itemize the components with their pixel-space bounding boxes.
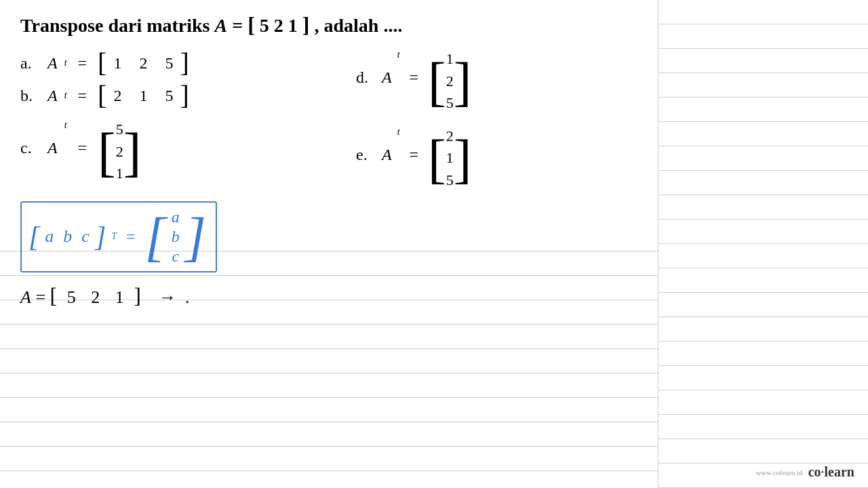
- hw-eq: =: [122, 228, 140, 246]
- hw-bl1: [: [28, 222, 39, 251]
- opt-c-v2: 2: [116, 142, 123, 162]
- opt-a-v3: 5: [165, 54, 173, 73]
- opt-e-bl: [: [428, 131, 446, 186]
- hw-box: [ a b c ] T = [ a b c ]: [20, 201, 217, 272]
- opt-d-br: ]: [454, 54, 472, 108]
- bottom-dot: .: [180, 287, 189, 307]
- hw-c: c: [81, 226, 90, 247]
- question-val1: 5: [260, 15, 269, 36]
- hw-vb: b: [172, 228, 180, 246]
- option-a-sup: t: [64, 58, 67, 68]
- question-var-A: A: [215, 15, 228, 36]
- option-e-eq: =: [406, 127, 423, 164]
- question-val2: 2: [274, 15, 283, 36]
- opt-e-v2: 1: [446, 148, 454, 168]
- bottom-v3: 1: [115, 287, 124, 307]
- bottom-arrow: →: [159, 287, 176, 307]
- opt-c-v1: 5: [116, 120, 123, 140]
- options-container: a. At = [ 1 2 5 ] b. At = [: [20, 49, 637, 190]
- question: Transpose dari matriks A = [ 5 2 1 ] , a…: [20, 12, 637, 37]
- opt-d-v1: 1: [446, 49, 454, 69]
- page: Transpose dari matriks A = [ 5 2 1 ] , a…: [0, 0, 868, 488]
- option-d-eq: =: [406, 49, 423, 87]
- handwritten-area: [ a b c ] T = [ a b c ]: [20, 197, 637, 272]
- option-e-sup: t: [397, 127, 400, 138]
- option-d-label: d.: [356, 49, 376, 87]
- opt-c-bl: [: [98, 125, 116, 179]
- option-b: b. At = [ 2 1 5 ]: [20, 82, 302, 109]
- hw-b: b: [63, 226, 72, 247]
- option-c-label: c.: [20, 120, 41, 157]
- opt-c-v3: 1: [116, 164, 123, 184]
- opt-a-v1: 1: [113, 54, 121, 73]
- opt-e-br: ]: [454, 131, 472, 186]
- h-line-10: [0, 470, 658, 471]
- bottom-space: [145, 287, 154, 307]
- option-e-label: e.: [356, 127, 376, 164]
- question-text: Transpose dari matriks: [20, 15, 215, 36]
- opt-c-content: 5 2 1: [116, 120, 123, 184]
- h-line-7: [0, 397, 658, 398]
- opt-e-content: 2 1 5: [446, 127, 454, 190]
- h-line-9: [0, 446, 658, 447]
- question-suffix: , adalah ....: [314, 15, 402, 36]
- bottom-v2: 2: [91, 287, 100, 307]
- opt-b-v1: 2: [113, 87, 121, 105]
- option-e-var: A: [382, 127, 392, 164]
- bottom-br: ]: [134, 283, 141, 308]
- option-a-matrix: 1 2 5: [113, 54, 173, 73]
- option-a-br: ]: [180, 49, 189, 77]
- hw-vbl: [: [145, 212, 166, 261]
- question-eq: =: [232, 15, 248, 36]
- hw-inner: [ a b c ] T = [ a b c ]: [28, 208, 206, 266]
- opt-e-v3: 5: [446, 171, 454, 190]
- option-d-matrix: [ 1 2 5 ]: [428, 49, 471, 113]
- opt-d-v2: 2: [446, 72, 454, 92]
- option-c-sup: t: [64, 120, 67, 131]
- option-d: d. A t = [ 1 2 5 ]: [356, 49, 637, 113]
- bottom-v1: 5: [67, 287, 76, 307]
- hw-va: a: [172, 208, 180, 226]
- option-c: c. A t = [ 5 2 1 ]: [20, 120, 302, 184]
- option-e-matrix: [ 2 1 5 ]: [428, 127, 471, 190]
- option-b-var: A: [47, 87, 58, 105]
- bottom-bl: [: [50, 283, 58, 308]
- h-line-5: [0, 348, 658, 349]
- option-b-sup: t: [64, 90, 67, 101]
- logo-dot: ·: [821, 464, 825, 479]
- question-bracket-l: [: [248, 12, 255, 37]
- option-a-eq: =: [74, 54, 92, 73]
- bottom-section: A = [ 5 2 1 ] → .: [20, 283, 637, 308]
- opt-e-v1: 2: [446, 127, 454, 146]
- hw-vc: c: [172, 247, 179, 266]
- hw-tsup: T: [111, 231, 117, 242]
- opt-c-br: ]: [123, 125, 142, 179]
- option-d-sup: t: [397, 49, 400, 60]
- option-a-label: a.: [20, 54, 41, 73]
- logo-brand: co·learn: [808, 464, 854, 480]
- bottom-eq: =: [35, 287, 50, 307]
- opt-b-v3: 5: [165, 87, 173, 105]
- options-left-col: a. At = [ 1 2 5 ] b. At = [: [20, 49, 302, 190]
- option-c-matrix: [ 5 2 1 ]: [98, 120, 141, 184]
- opt-d-bl: [: [428, 54, 446, 108]
- option-a-bl: [: [98, 49, 106, 77]
- logo-area: www.colearn.id co·learn: [755, 464, 854, 480]
- opt-d-content: 1 2 5: [446, 49, 454, 113]
- opt-b-v2: 1: [134, 87, 153, 105]
- option-d-var: A: [382, 49, 392, 87]
- option-c-var: A: [47, 120, 58, 157]
- h-line-6: [0, 373, 658, 373]
- hw-vbr: ]: [185, 212, 206, 261]
- h-line-4: [0, 324, 658, 325]
- bottom-A: A: [20, 287, 31, 307]
- options-right-col: d. A t = [ 1 2 5 ]: [315, 49, 637, 190]
- hw-vcontent: a b c: [172, 208, 180, 266]
- opt-d-v3: 5: [446, 94, 454, 113]
- logo-url: www.colearn.id: [755, 468, 803, 476]
- hw-br1: ]: [95, 222, 106, 251]
- h-line-8: [0, 422, 658, 422]
- question-bracket-r: ]: [302, 12, 310, 37]
- right-panel: [658, 0, 868, 488]
- option-e: e. A t = [ 2 1 5 ]: [356, 127, 637, 190]
